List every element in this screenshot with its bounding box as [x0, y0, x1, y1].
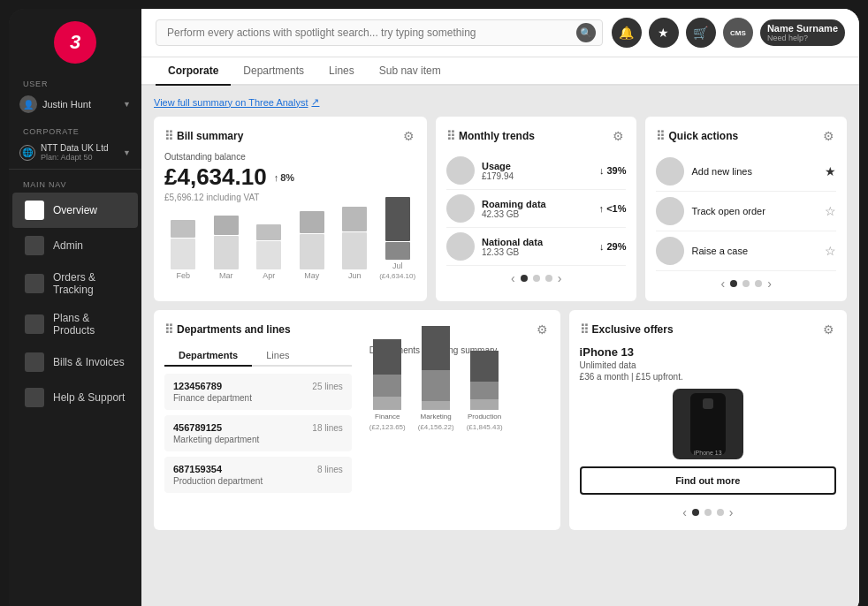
dept-bar-production-1 [470, 351, 499, 382]
orders-icon [25, 274, 44, 293]
quick-track-star[interactable]: ☆ [825, 204, 836, 218]
offers-settings-button[interactable]: ⚙ [821, 321, 836, 338]
bar-sublabel-jul: (£4,634.10) [379, 272, 415, 280]
bar-top-mar [214, 216, 239, 235]
top-row: ⠿ Bill summary ⚙ Outstanding balance £4,… [154, 117, 847, 301]
user-avatar: 👤 [19, 95, 37, 113]
topbar-actions: 🔔 ★ 🛒 CMS Name Surname Need help? [612, 18, 845, 48]
sidebar-item-orders[interactable]: Orders & Tracking [12, 263, 138, 304]
dept-bar-production-sublabel: (£1,845.43) [467, 423, 503, 431]
dept-settings-button[interactable]: ⚙ [535, 321, 550, 338]
phone-camera [703, 398, 713, 409]
bar-feb: Feb [164, 220, 202, 280]
bar-bot-apr [256, 241, 281, 269]
offer-find-out-button[interactable]: Find out more [580, 466, 836, 495]
cms-button[interactable]: CMS [723, 18, 753, 48]
dept-finance-lines: 25 lines [312, 382, 342, 391]
sidebar-item-label-bills: Bills & Invoices [53, 356, 125, 368]
admin-icon [25, 236, 44, 255]
sidebar-item-help[interactable]: Help & Support [12, 380, 138, 415]
monthly-trends-card: ⠿ Monthly trends ⚙ Usage £179.94 ↓ 39% [436, 117, 637, 301]
sidebar-item-label-admin: Admin [53, 239, 83, 252]
offers-dot-2 [704, 509, 712, 516]
favourites-button[interactable]: ★ [649, 18, 679, 48]
bar-top-may [300, 211, 324, 233]
corp-info: NTT Data UK Ltd Plan: Adapt 50 [41, 143, 118, 162]
dept-production-number: 687159354 [173, 464, 222, 474]
content-area: View full summary on Three Analyst ↗ ⠿ B… [141, 86, 859, 606]
search-input[interactable] [156, 19, 603, 46]
main-content: 🔍 🔔 ★ 🛒 CMS Name Surname Need help? Corp… [141, 9, 859, 606]
grid-icon: ⠿ [164, 129, 173, 143]
bill-summary-card: ⠿ Bill summary ⚙ Outstanding balance £4,… [154, 117, 427, 301]
tab-corporate[interactable]: Corporate [156, 57, 231, 86]
quick-next-button[interactable]: › [767, 276, 772, 291]
quick-add-lines-star[interactable]: ★ [825, 164, 836, 178]
trend-national-change: ↓ 29% [599, 241, 627, 252]
quick-track-label: Track open order [691, 206, 818, 216]
external-link-icon: ↗ [311, 96, 319, 108]
tab-lines[interactable]: Lines [316, 57, 367, 86]
quick-raise-label: Raise a case [691, 246, 818, 256]
trend-roaming-change: ↑ <1% [599, 203, 627, 214]
sidebar-item-bills[interactable]: Bills & Invoices [12, 345, 138, 380]
analyst-link-text: View full summary on Three Analyst [154, 97, 308, 108]
offers-prev-button[interactable]: ‹ [682, 505, 687, 519]
dept-bar-stack-marketing [422, 326, 450, 410]
trends-title-text: Monthly trends [459, 130, 535, 142]
sidebar-item-admin[interactable]: Admin [12, 228, 138, 263]
quick-dot-2 [742, 280, 750, 287]
help-icon [25, 388, 44, 407]
dept-tab-lines[interactable]: Lines [252, 345, 303, 367]
trend-usage-change: ↓ 39% [599, 165, 627, 176]
dept-bar-marketing-3 [422, 401, 450, 410]
quick-raise-star[interactable]: ☆ [825, 244, 836, 258]
search-button[interactable]: 🔍 [576, 23, 596, 42]
phone-shape [690, 393, 726, 455]
trends-next-button[interactable]: › [558, 271, 562, 285]
dept-tab-departments[interactable]: Departments [164, 345, 252, 367]
dept-bar-marketing-sublabel: (£4,156.22) [418, 423, 454, 431]
bar-stack-mar [214, 216, 239, 269]
corp-name: NTT Data UK Ltd [41, 143, 118, 153]
quick-settings-button[interactable]: ⚙ [821, 127, 836, 145]
bill-card-header: ⠿ Bill summary ⚙ [164, 127, 416, 145]
trends-grid-icon: ⠿ [446, 129, 455, 143]
basket-button[interactable]: 🛒 [686, 18, 716, 48]
user-profile[interactable]: 👤 Justin Hunt ▼ [9, 92, 141, 120]
dept-card-title: ⠿ Departments and lines [164, 322, 291, 337]
bill-title-text: Bill summary [177, 130, 243, 142]
tab-subnav[interactable]: Sub nav item [367, 57, 453, 86]
trends-settings-button[interactable]: ⚙ [611, 127, 626, 145]
tab-departments[interactable]: Departments [231, 57, 316, 86]
notifications-button[interactable]: 🔔 [612, 18, 642, 48]
dept-item-marketing[interactable]: 456789125 18 lines Marketing department [164, 415, 352, 451]
corp-plan: Plan: Adapt 50 [41, 153, 118, 162]
offer-price: £36 a month | £15 upfront. [580, 372, 836, 382]
dept-list-area: Departments Lines 123456789 25 lines Fin… [164, 345, 352, 498]
sidebar-item-plans[interactable]: Plans & Products [12, 304, 138, 345]
trend-national: National data 12.33 GB ↓ 29% [446, 228, 627, 266]
sidebar: 3 USER 👤 Justin Hunt ▼ CORPORATE 🌐 NTT D… [9, 9, 141, 606]
bill-settings-button[interactable]: ⚙ [401, 127, 416, 145]
bar-label-feb: Feb [176, 271, 190, 280]
offers-next-button[interactable]: › [729, 505, 734, 519]
offer-desc: Unlimited data [580, 360, 836, 370]
trend-usage-value: £179.94 [482, 171, 592, 181]
bill-bar-chart: Feb Mar [164, 209, 416, 280]
quick-prev-button[interactable]: ‹ [721, 276, 726, 291]
dept-item-production[interactable]: 687159354 8 lines Production department [164, 457, 352, 493]
trends-prev-button[interactable]: ‹ [511, 271, 515, 285]
dept-bar-production-2 [470, 382, 499, 399]
dept-content: Departments Lines 123456789 25 lines Fin… [164, 345, 550, 498]
dept-bar-production-label: Production [468, 413, 501, 420]
bar-label-may: May [304, 271, 319, 280]
analyst-link[interactable]: View full summary on Three Analyst ↗ [154, 96, 847, 108]
dept-item-finance[interactable]: 123456789 25 lines Finance department [164, 374, 352, 410]
bill-outstanding-label: Outstanding balance [164, 152, 416, 162]
sidebar-item-overview[interactable]: Overview [12, 193, 138, 228]
exclusive-offers-card: ⠿ Exclusive offers ⚙ iPhone 13 Unlimited… [569, 310, 847, 530]
corporate-selector[interactable]: 🌐 NTT Data UK Ltd Plan: Adapt 50 ▼ [9, 140, 141, 170]
topbar-user[interactable]: Name Surname Need help? [760, 19, 845, 46]
bar-bot-mar [214, 236, 239, 269]
